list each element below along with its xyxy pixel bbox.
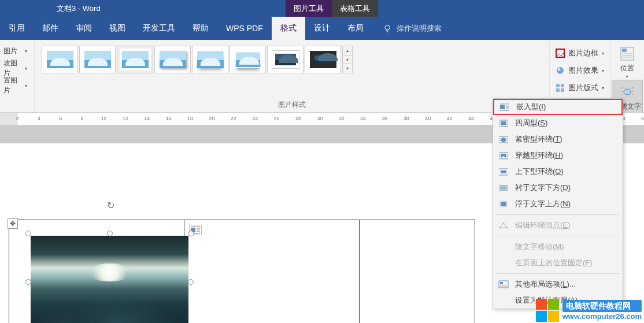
svg-rect-32 <box>500 105 505 109</box>
tab-design[interactable]: 设计 <box>305 17 339 40</box>
lightbulb-icon <box>383 24 392 33</box>
layout-icon <box>556 83 565 92</box>
resize-handle-tm[interactable] <box>107 231 113 236</box>
gallery-up-icon[interactable]: ▴ <box>343 46 352 55</box>
ruler-tick: 10 <box>101 116 107 121</box>
adjust-btn-2[interactable]: 攻图片▾ <box>1 60 29 77</box>
svg-point-2 <box>557 67 564 74</box>
tab-wps-pdf[interactable]: WPS PDF <box>217 17 272 40</box>
menu-wrap-behind[interactable]: 衬于文字下方(D) <box>493 180 623 196</box>
gallery-scroll: ▴ ▾ ▾ <box>342 46 353 73</box>
ruler-tick: 34 <box>360 116 366 121</box>
tab-view[interactable]: 视图 <box>101 17 134 40</box>
wrap-front-icon <box>498 199 509 209</box>
effects-icon <box>556 66 565 75</box>
svg-point-70 <box>499 227 501 229</box>
picture-style-7[interactable] <box>267 46 304 73</box>
ruler-tick: 26 <box>274 116 280 121</box>
tab-references[interactable]: 引用 <box>0 17 34 40</box>
context-tab-picture-tools[interactable]: 图片工具 <box>286 0 332 17</box>
tab-help[interactable]: 帮助 <box>184 17 217 40</box>
svg-point-0 <box>385 25 390 30</box>
tab-developer[interactable]: 开发工具 <box>134 17 184 40</box>
tell-me-search[interactable]: 操作说明搜索 <box>383 17 442 40</box>
border-icon <box>556 49 565 58</box>
menu-separator <box>497 214 619 215</box>
image-content <box>31 236 188 323</box>
resize-handle-tr[interactable] <box>188 231 194 236</box>
wrap-through-icon <box>498 151 509 160</box>
selected-image[interactable] <box>26 231 193 323</box>
menu-wrap-front[interactable]: 浮于文字上方(N) <box>493 196 623 212</box>
menu-wrap-through[interactable]: 穿越型环绕(H) <box>493 147 623 164</box>
picture-effects-button[interactable]: 图片效果▾ <box>556 62 604 79</box>
site-branding: 电脑软硬件教程网 www.computer26.com <box>536 299 642 322</box>
svg-point-44 <box>501 138 506 142</box>
menu-wrap-inline[interactable]: 嵌入型(I) <box>493 99 623 115</box>
edit-points-icon <box>498 221 509 230</box>
svg-point-13 <box>624 89 631 95</box>
tab-format[interactable]: 格式 <box>272 17 305 40</box>
adjust-btn-3[interactable]: 置图片▾ <box>1 77 29 94</box>
gallery-down-icon[interactable]: ▾ <box>343 55 352 65</box>
ruler-tick: 40 <box>425 116 431 121</box>
menu-wrap-topbot[interactable]: 上下型环绕(O) <box>493 164 623 180</box>
table-cell-2[interactable] <box>184 220 360 324</box>
menu-edit-wrap-points: 编辑环绕顶点(E) <box>493 217 623 233</box>
tab-layout[interactable]: 布局 <box>339 17 372 40</box>
table-move-handle[interactable]: ✥ <box>8 218 18 229</box>
picture-style-4[interactable] <box>154 46 191 73</box>
wrap-behind-icon <box>498 183 509 192</box>
picture-border-button[interactable]: 图片边框▾ <box>556 44 604 62</box>
window-title: 文档3 - Word <box>0 0 101 17</box>
ruler-margin <box>0 113 17 125</box>
picture-style-1[interactable] <box>42 46 78 73</box>
resize-handle-ml[interactable] <box>25 279 31 285</box>
ruler-tick: 32 <box>339 116 345 121</box>
svg-rect-6 <box>556 88 560 92</box>
picture-style-8[interactable] <box>305 46 341 73</box>
ruler-tick: 12 <box>123 116 128 121</box>
image-rotate-handle[interactable]: ↻ <box>107 200 119 211</box>
ruler-tick: 36 <box>382 116 387 121</box>
picture-layout-button[interactable]: 图片版式▾ <box>556 79 604 96</box>
ruler-tick: 28 <box>295 116 301 121</box>
ruler-tick: 6 <box>59 116 62 121</box>
svg-rect-59 <box>501 185 506 190</box>
ruler-tick: 30 <box>317 116 323 121</box>
ruler-tick: 60 <box>641 116 644 121</box>
position-button[interactable]: 位置▾ <box>612 42 643 80</box>
ribbon-group-picture-styles: ▴ ▾ ▾ 图片样式 <box>35 40 550 112</box>
ruler-tick: 8 <box>81 116 84 121</box>
ruler-tick: 38 <box>404 116 409 121</box>
table-cell-3[interactable] <box>360 220 475 324</box>
svg-rect-57 <box>501 170 506 173</box>
svg-point-3 <box>558 68 560 70</box>
tab-review[interactable]: 审阅 <box>67 17 101 40</box>
picture-style-6[interactable] <box>230 46 266 73</box>
picture-style-2[interactable] <box>79 46 116 73</box>
resize-handle-tl[interactable] <box>25 231 31 236</box>
menu-wrap-tight[interactable]: 紧密型环绕(T) <box>493 131 623 147</box>
svg-rect-74 <box>500 282 503 284</box>
menu-wrap-square[interactable]: 四周型(S) <box>493 115 623 131</box>
wrap-topbot-icon <box>498 167 509 176</box>
ruler-tick: 44 <box>468 116 474 121</box>
gallery-more-icon[interactable]: ▾ <box>343 64 352 73</box>
ribbon-group-adjust: 图片▾ 攻图片▾ 置图片▾ <box>0 40 35 112</box>
svg-rect-4 <box>556 84 560 87</box>
windows-logo-icon <box>536 299 559 322</box>
branding-url: www.computer26.com <box>562 312 642 321</box>
svg-point-72 <box>506 227 508 229</box>
tab-mailings[interactable]: 邮件 <box>34 17 67 40</box>
resize-handle-mr[interactable] <box>188 279 194 285</box>
ruler-tick: 14 <box>144 116 150 121</box>
context-tab-table-tools[interactable]: 表格工具 <box>332 0 378 17</box>
svg-rect-5 <box>561 84 564 87</box>
adjust-btn-1[interactable]: 图片▾ <box>1 42 29 60</box>
picture-style-5[interactable] <box>192 46 228 73</box>
wrap-text-icon <box>619 84 635 100</box>
ruler-tick: 20 <box>209 116 214 121</box>
picture-style-3[interactable] <box>117 46 153 73</box>
menu-more-layout[interactable]: 其他布局选项(L)... <box>493 276 623 292</box>
